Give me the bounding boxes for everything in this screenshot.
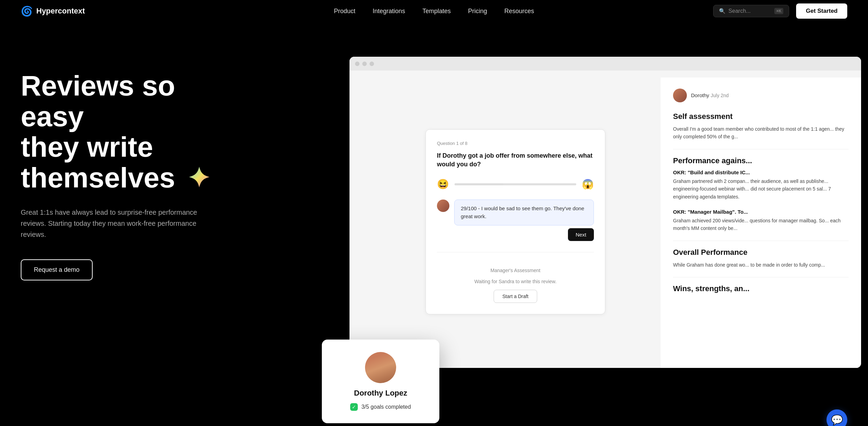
waiting-text: Waiting for Sandra to write this review.	[437, 279, 594, 284]
profile-name: Dorothy Lopez	[354, 389, 407, 398]
window-content: Question 1 of 8 If Dorothy got a job off…	[349, 71, 861, 368]
slider-row: 😆 😱	[437, 178, 594, 190]
window-minimize-dot	[362, 62, 367, 66]
search-shortcut: ⌘K	[774, 8, 783, 14]
assessment-date: July 2nd	[711, 93, 729, 98]
window-titlebar	[349, 57, 861, 71]
answer-row: 29/100 - I would be sad to see them go. …	[437, 200, 594, 225]
overall-performance-title: Overall Performance	[673, 248, 849, 257]
okr2-label: OKR: "Manager Mailbag". To...	[673, 209, 849, 215]
search-bar[interactable]: 🔍 Search... ⌘K	[713, 5, 789, 17]
logo-icon: 🌀	[21, 6, 33, 17]
goals-row: ✓ 3/5 goals completed	[350, 403, 411, 411]
answer-bubble: 29/100 - I would be sad to see them go. …	[454, 200, 594, 225]
get-started-button[interactable]: Get Started	[796, 3, 847, 19]
hero-title: Reviews so easy they write themselves ✦	[21, 71, 245, 193]
logo[interactable]: 🌀 Hypercontext	[21, 6, 85, 17]
question-number: Question 1 of 8	[437, 141, 594, 146]
self-assessment-text: Overall I'm a good team member who contr…	[673, 125, 849, 141]
request-demo-button[interactable]: Request a demo	[21, 259, 93, 280]
okr1-text: Graham partnered with 2 compan... their …	[673, 177, 849, 201]
emoji-scared: 😱	[582, 178, 594, 190]
window-close-dot	[355, 62, 360, 66]
assessment-user-name: Dorothy	[691, 92, 709, 98]
app-window: Question 1 of 8 If Dorothy got a job off…	[349, 57, 861, 368]
assessment-avatar	[673, 89, 687, 102]
goals-check-icon: ✓	[350, 403, 358, 411]
hero-left: Reviews so easy they write themselves ✦ …	[21, 50, 245, 280]
slider-fill	[455, 183, 503, 185]
hero-subtitle: Great 1:1s have always lead to surprise-…	[21, 207, 207, 240]
chat-icon: 💬	[831, 414, 843, 426]
nav-resources[interactable]: Resources	[504, 8, 534, 15]
window-maximize-dot	[370, 62, 374, 66]
start-draft-button[interactable]: Start a Draft	[494, 290, 537, 303]
nav-links: Product Integrations Templates Pricing R…	[334, 8, 534, 15]
answer-text: 29/100 - I would be sad to see them go. …	[461, 205, 584, 219]
okr1-label: OKR: "Build and distribute IC...	[673, 169, 849, 175]
manager-assessment-label: Manager's Assessment	[437, 268, 594, 273]
slider-track[interactable]	[455, 183, 576, 185]
self-assessment-title: Self assessment	[673, 112, 849, 121]
question-text: If Dorothy got a job offer from somewher…	[437, 151, 594, 169]
navbar: 🌀 Hypercontext Product Integrations Temp…	[0, 0, 868, 22]
profile-card: Dorothy Lopez ✓ 3/5 goals completed	[322, 340, 439, 423]
nav-pricing[interactable]: Pricing	[468, 8, 487, 15]
next-button[interactable]: Next	[568, 228, 594, 241]
divider-3	[673, 277, 849, 277]
overall-performance-text: While Graham has done great wo... to be …	[673, 261, 849, 269]
question-card: Question 1 of 8 If Dorothy got a job off…	[426, 129, 605, 314]
okr2-text: Graham achieved 200 views/vide... questi…	[673, 217, 849, 232]
search-placeholder: Search...	[728, 8, 772, 14]
divider-1	[673, 149, 849, 149]
logo-text: Hypercontext	[36, 7, 85, 16]
performance-title: Performance agains...	[673, 156, 849, 165]
assessment-panel: Dorothy July 2nd Self assessment Overall…	[661, 77, 861, 368]
hero-right: Question 1 of 8 If Dorothy got a job off…	[322, 57, 868, 426]
hero-title-line3: themselves	[21, 162, 175, 193]
hero-section: Reviews so easy they write themselves ✦ …	[0, 22, 868, 426]
nav-integrations[interactable]: Integrations	[373, 8, 405, 15]
hero-title-line2: they write	[21, 131, 153, 163]
avatar-small	[437, 200, 449, 212]
hero-title-line1: Reviews so easy	[21, 70, 175, 132]
chat-bubble-button[interactable]: 💬	[827, 409, 847, 426]
profile-avatar-image	[365, 352, 396, 383]
nav-product[interactable]: Product	[334, 8, 355, 15]
nav-templates[interactable]: Templates	[422, 8, 451, 15]
emoji-happy: 😆	[437, 178, 449, 190]
profile-avatar	[365, 352, 396, 383]
divider-2	[673, 241, 849, 241]
goals-text: 3/5 goals completed	[361, 404, 411, 410]
search-icon: 🔍	[719, 8, 726, 14]
nav-right: 🔍 Search... ⌘K Get Started	[713, 3, 847, 19]
sparkle-icon: ✦	[187, 164, 210, 193]
wins-title: Wins, strengths, an...	[673, 284, 849, 293]
user-info-row: Dorothy July 2nd	[673, 89, 849, 102]
